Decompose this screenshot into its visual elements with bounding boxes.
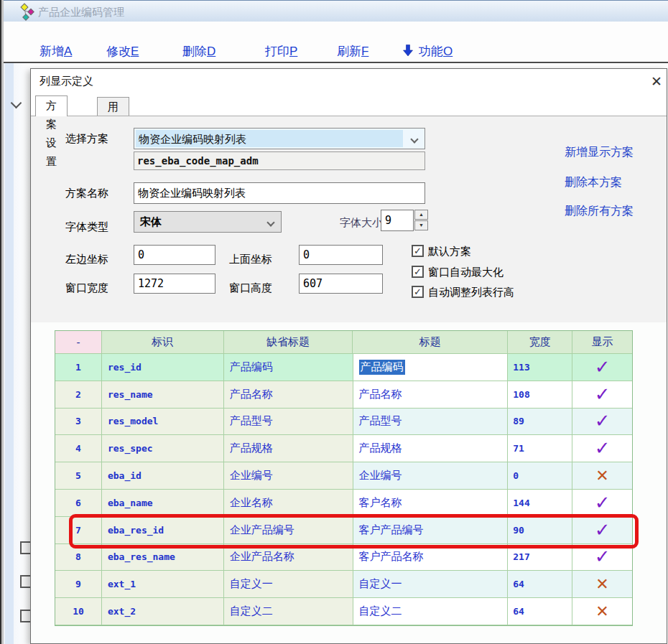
toolbar-item-delete[interactable]: 删除D	[182, 43, 215, 60]
width-cell[interactable]: 144	[508, 490, 572, 517]
title-cell[interactable]: 产品名称	[353, 381, 509, 409]
font-size-input[interactable]	[381, 210, 414, 231]
column-header: 标识	[102, 331, 224, 354]
visible-cell[interactable]: ✕	[572, 598, 632, 625]
table-row[interactable]: 9ext_1自定义一自定义一64✕	[55, 571, 632, 598]
column-identifier[interactable]: res_name	[102, 381, 224, 409]
visible-cell[interactable]: ✓	[572, 435, 632, 462]
cross-icon[interactable]: ✕	[595, 575, 608, 594]
title-cell[interactable]: 产品规格	[353, 435, 509, 462]
check-icon[interactable]: ✓	[595, 410, 611, 432]
cross-icon[interactable]: ✕	[595, 467, 608, 485]
toolbar-item-print[interactable]: 打印P	[265, 43, 297, 60]
toolbar-item-function[interactable]: 功能O	[403, 43, 453, 60]
check-icon[interactable]: ✓	[595, 546, 611, 568]
font-size-stepper: ▲ ▼	[414, 210, 428, 231]
visible-cell[interactable]: ✕	[572, 571, 632, 598]
column-header: 显示	[572, 331, 632, 354]
visible-cell[interactable]: ✓	[572, 354, 632, 381]
window-height-label: 窗口高度	[229, 281, 272, 295]
left-coord-input[interactable]	[134, 245, 215, 265]
row-number: 9	[55, 571, 102, 598]
width-cell[interactable]: 64	[508, 598, 572, 625]
tab-scheme-settings[interactable]: 方案设置	[35, 95, 68, 116]
window-height-input[interactable]	[299, 274, 383, 294]
toolbar-item-label: 删除	[182, 45, 207, 58]
table-row[interactable]: 2res_name产品名称产品名称108✓	[55, 381, 632, 409]
table-row[interactable]: 5eba_id企业编号企业编号0✕	[55, 462, 632, 490]
table-row[interactable]: 3res_model产品型号产品型号89✓	[55, 409, 632, 436]
scheme-name-input[interactable]	[134, 182, 425, 204]
width-cell[interactable]: 89	[508, 409, 572, 436]
title-cell[interactable]: 自定义二	[353, 598, 509, 625]
close-icon[interactable]: ✕	[647, 73, 666, 91]
link-delete-this-scheme[interactable]: 删除本方案	[565, 175, 622, 190]
font-type-combobox[interactable]: 宋体	[134, 211, 282, 233]
checkbox-default-scheme-box[interactable]: ✓	[412, 245, 424, 257]
width-cell[interactable]: 108	[508, 381, 572, 409]
cross-icon[interactable]: ✕	[595, 602, 608, 621]
title-edit-selected-text[interactable]: 产品编码	[359, 360, 405, 375]
table-row[interactable]: 6eba_name企业名称客户名称144✓	[55, 490, 632, 517]
title-cell[interactable]: 产品编码	[353, 354, 509, 381]
top-coord-input[interactable]	[299, 245, 383, 265]
column-header: 标题	[353, 331, 508, 354]
column-identifier[interactable]: eba_name	[102, 490, 224, 517]
table-row[interactable]: 10ext_2自定义二自定义二64✕	[55, 598, 632, 625]
title-cell[interactable]: 客户名称	[353, 490, 509, 517]
visible-cell[interactable]: ✓	[572, 409, 632, 436]
default-title-cell[interactable]: 自定义一	[224, 571, 353, 598]
spinner-up-button[interactable]: ▲	[414, 210, 428, 220]
check-icon[interactable]: ✓	[595, 356, 611, 378]
width-cell[interactable]: 71	[508, 435, 572, 462]
column-identifier[interactable]: ext_2	[102, 598, 224, 625]
width-cell[interactable]: 113	[508, 354, 572, 381]
title-bar: 产品企业编码管理	[4, 0, 668, 22]
column-identifier[interactable]: res_spec	[102, 435, 224, 462]
toolbar-item-refresh[interactable]: 刷新F	[337, 43, 368, 60]
column-identifier[interactable]: res_id	[102, 354, 224, 381]
visible-cell[interactable]: ✕	[572, 462, 632, 490]
checkbox-auto-maximize-box[interactable]: ✓	[412, 266, 424, 278]
column-header: 宽度	[508, 331, 572, 354]
column-identifier[interactable]: ext_1	[102, 571, 224, 598]
title-cell[interactable]: 产品型号	[353, 409, 509, 436]
checkbox-auto-row-height-label: 自动调整列表行高	[428, 286, 514, 299]
default-title-cell[interactable]: 企业编号	[224, 462, 353, 490]
title-cell[interactable]: 企业编号	[353, 462, 509, 490]
toolbar-item-add[interactable]: 新增A	[40, 43, 72, 60]
visible-cell[interactable]: ✓	[572, 490, 632, 517]
table-row[interactable]: 4res_spec产品规格产品规格71✓	[55, 435, 632, 462]
default-title-cell[interactable]: 产品编码	[224, 354, 353, 381]
check-icon[interactable]: ✓	[595, 383, 611, 406]
tab-user-binding[interactable]: 用户绑定	[97, 97, 129, 116]
table-row[interactable]: 1res_id产品编码产品编码113✓	[55, 354, 632, 381]
spinner-down-button[interactable]: ▼	[414, 220, 428, 230]
chevron-down-icon	[266, 218, 274, 226]
default-title-cell[interactable]: 产品规格	[224, 435, 353, 462]
left-coord-label: 左边坐标	[65, 253, 108, 266]
row-number: 10	[55, 598, 102, 625]
width-cell[interactable]: 0	[508, 462, 572, 490]
scheme-select-combobox[interactable]: 物资企业编码映射列表	[134, 128, 425, 149]
checkbox-auto-maximize-label: 窗口自动最大化	[428, 266, 504, 279]
link-add-display-scheme[interactable]: 新增显示方案	[565, 145, 634, 160]
link-delete-all-schemes[interactable]: 删除所有方案	[565, 204, 634, 219]
default-title-cell[interactable]: 企业名称	[224, 490, 353, 517]
visible-cell[interactable]: ✓	[572, 381, 632, 409]
check-icon[interactable]: ✓	[595, 437, 611, 459]
check-icon[interactable]: ✓	[595, 492, 611, 514]
default-title-cell[interactable]: 产品型号	[224, 409, 353, 436]
column-identifier[interactable]: eba_id	[102, 462, 224, 490]
column-identifier[interactable]: res_model	[102, 409, 224, 436]
column-header: 缺省标题	[224, 331, 353, 354]
row-number: 3	[55, 409, 102, 436]
title-cell[interactable]: 自定义一	[353, 571, 509, 598]
checkbox-auto-row-height-box[interactable]: ✓	[412, 286, 424, 298]
window-width-input[interactable]	[134, 274, 215, 294]
toolbar-item-edit[interactable]: 修改E	[106, 43, 139, 60]
default-title-cell[interactable]: 产品名称	[224, 381, 353, 409]
scheme-code-field: res_eba_code_map_adm	[134, 151, 425, 170]
width-cell[interactable]: 64	[508, 571, 572, 598]
default-title-cell[interactable]: 自定义二	[224, 598, 353, 625]
